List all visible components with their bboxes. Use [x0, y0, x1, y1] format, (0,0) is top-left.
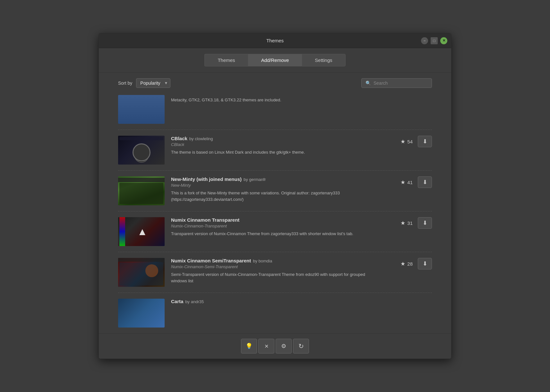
download-icon: ⬇ — [423, 219, 427, 226]
numix-semi-rating-count: 28 — [407, 261, 413, 267]
newminty-title-line: New-Minty (with joined menus) by germanf… — [171, 176, 381, 182]
numix-semi-title-line: Numix Cinnamon SemiTransparent by bomdia — [171, 258, 381, 263]
titlebar: Themes − □ ✕ — [99, 33, 451, 48]
minimize-icon: − — [423, 38, 425, 43]
carta-thumbnail — [118, 299, 165, 328]
numix-semi-author: by bomdia — [253, 259, 272, 263]
maximize-icon: □ — [433, 38, 435, 43]
numix-semi-thumbnail — [118, 258, 165, 287]
sort-wrapper: Popularity Name Date Rating ▼ — [136, 78, 170, 88]
numix-semi-desc: Semi-Transparent version of Numix-Cinnam… — [171, 271, 381, 284]
download-icon: ⬇ — [423, 260, 427, 267]
star-icon: ★ — [400, 220, 405, 226]
star-icon: ★ — [400, 179, 405, 186]
newminty-rating: ★ 41 — [400, 179, 413, 186]
newminty-desc: This is a fork of the New-Minty theme wi… — [171, 190, 381, 202]
cblack-rating: ★ 54 — [400, 138, 413, 145]
numix-semi-actions: ★ 28 ⬇ — [393, 258, 432, 269]
toolbar: Sort by Popularity Name Date Rating ▼ 🔍 — [99, 72, 451, 92]
carta-name: Carta — [171, 299, 183, 304]
close-circle-icon: ✕ — [264, 343, 269, 349]
refresh-icon: ↻ — [298, 342, 304, 350]
numix-trans-name: Numix Cinnamon Transparent — [171, 217, 239, 223]
numix-semi-slug: Numix-Cinnamon-Semi-Transparent — [171, 264, 381, 269]
download-icon: ⬇ — [423, 179, 427, 186]
numix-trans-rating: ★ 31 — [400, 220, 413, 226]
refresh-button[interactable]: ↻ — [293, 339, 309, 354]
theme-item-numix-trans: ▲ Numix Cinnamon Transparent Numix-Cinna… — [118, 211, 432, 252]
cblack-title-line: CBlack by clowleling — [171, 136, 381, 141]
partial-desc: Metacity, GTK2, GTK3.18, & GTK3.22 theme… — [171, 95, 432, 103]
settings-button[interactable]: ⚙ — [276, 339, 292, 354]
cblack-desc: The theme is based on Linux Mint Dark an… — [171, 149, 381, 156]
star-icon: ★ — [400, 138, 405, 145]
cblack-actions: ★ 54 ⬇ — [393, 136, 432, 147]
newminty-actions: ★ 41 ⬇ — [393, 176, 432, 188]
newminty-info: New-Minty (with joined menus) by germanf… — [171, 176, 381, 202]
window-title: Themes — [266, 38, 284, 43]
cblack-slug: CBlack — [171, 142, 381, 147]
lightbulb-button[interactable]: 💡 — [241, 339, 257, 354]
minimize-button[interactable]: − — [421, 37, 428, 44]
gear-icon: ⚙ — [281, 343, 286, 350]
numix-trans-download-button[interactable]: ⬇ — [418, 217, 432, 229]
partial-info: Metacity, GTK2, GTK3.18, & GTK3.22 theme… — [171, 95, 432, 103]
partial-thumb — [118, 95, 165, 124]
cblack-thumbnail — [118, 136, 165, 165]
close-button[interactable]: ✕ — [440, 37, 447, 44]
numix-trans-actions: ★ 31 ⬇ — [393, 217, 432, 229]
tab-settings[interactable]: Settings — [302, 54, 345, 66]
cblack-rating-count: 54 — [407, 139, 413, 144]
newminty-author: by germanfr — [244, 177, 266, 182]
search-input[interactable] — [374, 81, 428, 86]
numix-trans-info: Numix Cinnamon Transparent Numix-Cinnamo… — [171, 217, 381, 237]
tab-addremove[interactable]: Add/Remove — [248, 54, 302, 66]
maximize-button[interactable]: □ — [431, 37, 438, 44]
star-icon: ★ — [400, 260, 405, 267]
numix-trans-rating-count: 31 — [407, 220, 413, 226]
newminty-thumbnail — [118, 176, 165, 205]
theme-item-carta: Carta by andr35 — [118, 293, 432, 333]
sort-select[interactable]: Popularity Name Date Rating — [136, 78, 170, 88]
cblack-download-button[interactable]: ⬇ — [418, 136, 432, 147]
sort-section: Sort by Popularity Name Date Rating ▼ — [118, 78, 170, 88]
window-controls: − □ ✕ — [421, 37, 447, 44]
partial-top-item: Metacity, GTK2, GTK3.18, & GTK3.22 theme… — [118, 92, 432, 130]
theme-item-numix-semi: Numix Cinnamon SemiTransparent by bomdia… — [118, 252, 432, 293]
newminty-slug: New-Minty — [171, 183, 381, 188]
numix-trans-title-line: Numix Cinnamon Transparent — [171, 217, 381, 223]
numix-semi-rating: ★ 28 — [400, 260, 413, 267]
carta-title-line: Carta by andr35 — [171, 299, 432, 304]
remove-button[interactable]: ✕ — [258, 339, 274, 354]
numix-trans-slug: Numix-Cinnamon-Transparent — [171, 224, 381, 228]
lightbulb-icon: 💡 — [245, 343, 253, 350]
numix-semi-info: Numix Cinnamon SemiTransparent by bomdia… — [171, 258, 381, 284]
tab-themes[interactable]: Themes — [204, 54, 248, 66]
newminty-rating-count: 41 — [407, 180, 413, 185]
theme-item-newminty: New-Minty (with joined menus) by germanf… — [118, 171, 432, 211]
sort-label: Sort by — [118, 81, 132, 86]
newminty-name: New-Minty (with joined menus) — [171, 176, 242, 182]
cblack-name: CBlack — [171, 136, 187, 141]
tab-bar: Themes Add/Remove Settings — [99, 48, 451, 72]
numix-semi-download-button[interactable]: ⬇ — [418, 258, 432, 269]
search-icon: 🔍 — [365, 81, 371, 86]
newminty-download-button[interactable]: ⬇ — [418, 176, 432, 188]
carta-author: by andr35 — [185, 299, 204, 304]
carta-info: Carta by andr35 — [171, 299, 432, 304]
download-icon: ⬇ — [423, 138, 427, 145]
cblack-author: by clowleling — [189, 136, 213, 141]
bottom-toolbar: 💡 ✕ ⚙ ↻ — [99, 333, 451, 359]
numix-semi-name: Numix Cinnamon SemiTransparent — [171, 258, 251, 263]
search-box: 🔍 — [361, 78, 432, 88]
numix-trans-thumbnail: ▲ — [118, 217, 165, 246]
theme-item-cblack: CBlack by clowleling CBlack The theme is… — [118, 130, 432, 171]
cblack-info: CBlack by clowleling CBlack The theme is… — [171, 136, 381, 156]
close-icon: ✕ — [443, 38, 445, 43]
theme-list: Metacity, GTK2, GTK3.18, & GTK3.22 theme… — [99, 92, 451, 333]
main-window: Themes − □ ✕ Themes Add/Remove Settings … — [99, 33, 451, 359]
numix-trans-desc: Transparent version of Numix-Cinnamon Th… — [171, 231, 381, 237]
